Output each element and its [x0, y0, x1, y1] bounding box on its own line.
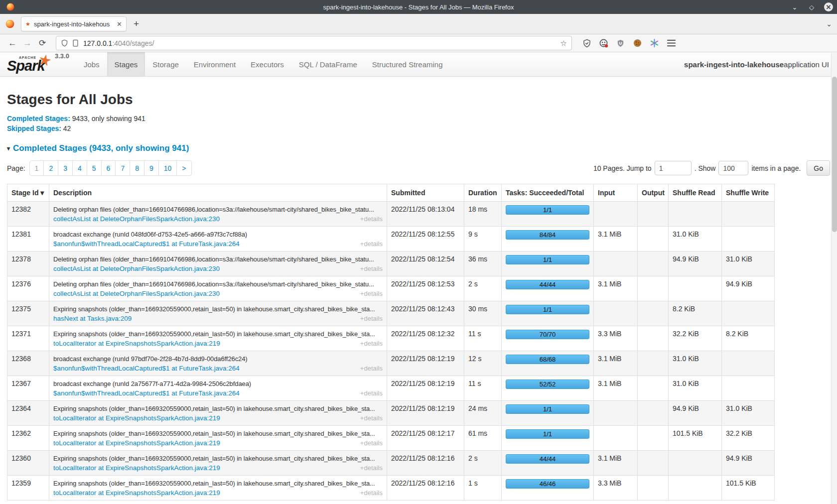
extension-cookie-icon[interactable] — [633, 38, 642, 48]
bookmark-star-icon[interactable]: ☆ — [560, 39, 567, 48]
stage-detail-link[interactable]: $anonfun$withThreadLocalCaptured$1 at Fu… — [53, 240, 240, 248]
details-toggle[interactable]: +details — [360, 265, 383, 272]
stage-detail-link[interactable]: toLocalIterator at ExpireSnapshotsSparkA… — [53, 439, 220, 447]
items-per-page-input[interactable] — [718, 161, 748, 175]
page-button-3[interactable]: 3 — [58, 160, 73, 176]
stage-detail-link[interactable]: toLocalIterator at ExpireSnapshotsSparkA… — [53, 340, 220, 347]
page-button-4[interactable]: 4 — [72, 160, 87, 176]
skipped-stages-link[interactable]: Skipped Stages: — [7, 125, 61, 132]
page-button-10[interactable]: 10 — [158, 160, 177, 176]
tab-close-icon[interactable]: ✕ — [117, 20, 122, 28]
firefox-icon — [5, 19, 15, 29]
spark-nav-item-structured-streaming[interactable]: Structured Streaming — [365, 52, 450, 76]
stage-detail-link[interactable]: toLocalIterator at ExpireSnapshotsSparkA… — [53, 414, 220, 422]
column-header-tasks-succeeded-total[interactable]: Tasks: Succeeded/Total — [502, 184, 594, 202]
details-toggle[interactable]: +details — [360, 389, 383, 397]
spark-nav-item-storage[interactable]: Storage — [145, 52, 186, 76]
page-scrollbar[interactable] — [831, 53, 837, 504]
stage-detail-link[interactable]: hasNext at Tasks.java:209 — [53, 315, 132, 322]
window-maximize-button[interactable]: ◇ — [807, 2, 816, 11]
details-toggle[interactable]: +details — [360, 439, 383, 447]
spark-nav-item-sql-dataframe[interactable]: SQL / DataFrame — [291, 52, 365, 76]
shuffle-write-cell — [722, 301, 775, 326]
extension-asterisk-icon[interactable] — [650, 38, 659, 48]
column-header-duration[interactable]: Duration — [464, 184, 502, 202]
page-button-7[interactable]: 7 — [115, 160, 130, 176]
duration-cell: 61 ms — [464, 426, 502, 451]
spark-nav-item-jobs[interactable]: Jobs — [76, 52, 107, 76]
column-header-description[interactable]: Description — [49, 184, 387, 202]
window-minimize-button[interactable]: ⌄ — [790, 2, 799, 11]
forward-button[interactable]: → — [20, 38, 35, 48]
tracking-shield-icon[interactable] — [61, 39, 68, 47]
stage-detail-link[interactable]: $anonfun$withThreadLocalCaptured$1 at Fu… — [53, 365, 240, 372]
page-button-1[interactable]: 1 — [29, 160, 44, 176]
page-button-8[interactable]: 8 — [130, 160, 144, 176]
page-button-6[interactable]: 6 — [101, 160, 116, 176]
hamburger-menu-icon[interactable] — [667, 38, 676, 48]
reload-button[interactable]: ⟳ — [35, 38, 50, 48]
extension-ublock-icon[interactable] — [616, 38, 625, 48]
page-button-9[interactable]: 9 — [144, 160, 159, 176]
column-header-submitted[interactable]: Submitted — [387, 184, 464, 202]
next-page-button[interactable]: > — [176, 160, 191, 176]
details-toggle[interactable]: +details — [360, 290, 383, 297]
shuffle-read-cell — [669, 451, 722, 476]
column-header-shuffle-write[interactable]: Shuffle Write — [722, 184, 775, 202]
stages-table: Stage Id ▾DescriptionSubmittedDurationTa… — [7, 184, 775, 501]
details-toggle[interactable]: +details — [360, 414, 383, 422]
stage-id-cell: 12360 — [7, 451, 49, 476]
stage-detail-link[interactable]: collectAsList at DeleteOrphanFilesSparkA… — [53, 215, 220, 223]
spark-nav-item-executors[interactable]: Executors — [243, 52, 291, 76]
stage-detail-link[interactable]: collectAsList at DeleteOrphanFilesSparkA… — [53, 265, 220, 272]
shuffle-read-cell: 8.2 KiB — [669, 301, 722, 326]
details-toggle[interactable]: +details — [360, 340, 383, 347]
extension-shield-check-icon[interactable] — [582, 38, 591, 48]
stage-row-12364: 12364Expiring snapshots (older_than=1669… — [7, 401, 775, 426]
column-header-shuffle-read[interactable]: Shuffle Read — [669, 184, 722, 202]
window-close-button[interactable]: ✕ — [824, 2, 833, 11]
site-info-icon[interactable] — [72, 39, 79, 47]
stage-detail-link[interactable]: toLocalIterator at ExpireSnapshotsSparkA… — [53, 464, 220, 472]
extension-mask-icon[interactable] — [599, 38, 608, 48]
details-toggle[interactable]: +details — [360, 315, 383, 322]
details-toggle[interactable]: +details — [360, 365, 383, 372]
stage-detail-link[interactable]: $anonfun$withThreadLocalCaptured$1 at Fu… — [53, 389, 240, 397]
spark-nav-item-environment[interactable]: Environment — [186, 52, 243, 76]
completed-stages-section-header[interactable]: ▾ Completed Stages (9433, only showing 9… — [7, 143, 830, 153]
completed-stages-link[interactable]: Completed Stages: — [7, 115, 70, 123]
new-tab-button[interactable]: + — [134, 18, 139, 29]
stage-description: Deleting orphan files (older_than=166910… — [53, 255, 383, 263]
stage-detail-link[interactable]: toLocalIterator at ExpireSnapshotsSparkA… — [53, 489, 220, 497]
stage-description: Expiring snapshots (older_than=166932055… — [53, 429, 383, 438]
details-toggle[interactable]: +details — [360, 215, 383, 223]
items-label: items in a page. — [751, 164, 801, 172]
browser-tab[interactable]: ★ spark-ingest-into-lakehous ✕ — [21, 16, 127, 31]
jump-to-page-input[interactable] — [655, 161, 692, 175]
back-button[interactable]: ← — [5, 38, 20, 48]
output-cell — [638, 202, 669, 227]
spark-logo[interactable]: APACHE Spark ★ — [6, 52, 55, 76]
page-button-5[interactable]: 5 — [87, 160, 102, 176]
tasks-progress-bar: 1/1 — [506, 404, 589, 414]
go-button[interactable]: Go — [807, 160, 830, 176]
tasks-progress-bar: 68/68 — [506, 355, 589, 364]
submitted-cell: 2022/11/25 08:12:43 — [387, 301, 464, 326]
column-header-output[interactable]: Output — [638, 184, 669, 202]
scrollbar-thumb[interactable] — [832, 77, 837, 232]
details-toggle[interactable]: +details — [360, 464, 383, 472]
stage-detail-link[interactable]: collectAsList at DeleteOrphanFilesSparkA… — [53, 290, 220, 297]
spark-nav-item-stages[interactable]: Stages — [107, 52, 145, 76]
column-header-input[interactable]: Input — [594, 184, 638, 202]
url-text[interactable]: 127.0.0.1:4040/stages/ — [83, 39, 560, 47]
shuffle-read-cell: 94.9 KiB — [669, 252, 722, 276]
duration-cell: 18 ms — [464, 202, 502, 227]
list-all-tabs-icon[interactable]: ⌄ — [826, 20, 832, 28]
stage-row-12375: 12375Expiring snapshots (older_than=1669… — [7, 301, 775, 326]
description-cell: Deleting orphan files (older_than=166910… — [49, 252, 387, 276]
page-button-2[interactable]: 2 — [43, 160, 58, 176]
url-bar[interactable]: 127.0.0.1:4040/stages/ ☆ — [56, 36, 572, 50]
details-toggle[interactable]: +details — [360, 240, 383, 248]
details-toggle[interactable]: +details — [360, 489, 383, 497]
column-header-stage-id[interactable]: Stage Id ▾ — [7, 184, 49, 202]
